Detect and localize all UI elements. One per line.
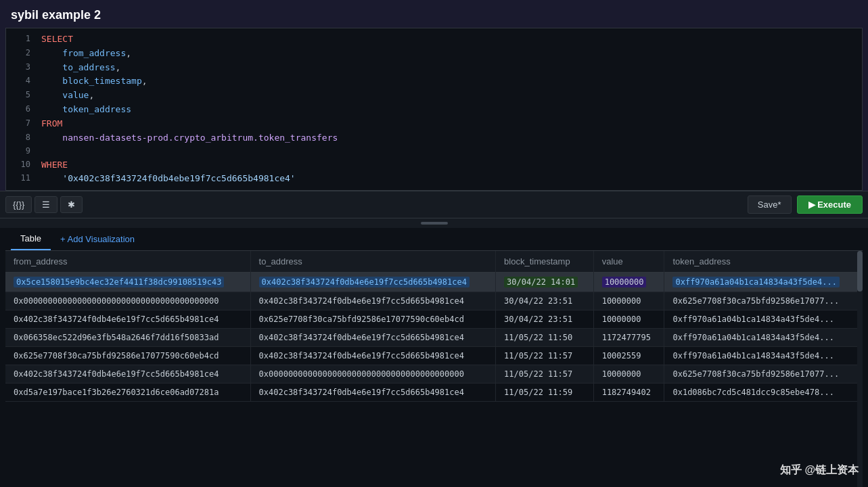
code-line-9: 9 [6, 145, 862, 158]
cell-block_timestamp: 11/05/22 11:59 [496, 384, 594, 402]
keyword-where: WHERE [41, 158, 68, 172]
table-row: 0x402c38f343724f0db4e6e19f7cc5d665b4981c… [5, 310, 863, 329]
vertical-scrollbar[interactable] [857, 251, 863, 487]
cell-block_timestamp: 30/04/22 14:01 [496, 273, 594, 292]
col-header-token_address[interactable]: token_address [664, 251, 863, 273]
cell-to_address: 0x402c38f343724f0db4e6e19f7cc5d665b4981c… [250, 329, 496, 347]
cell-token_address: 0xff970a61a04b1ca14834a43f5de4... [664, 310, 863, 329]
divider-grip [421, 222, 448, 225]
code-line-4: 4 block_timestamp, [6, 74, 862, 89]
add-visualization-button[interactable]: + Add Visualization [56, 229, 139, 250]
scrollbar-thumb[interactable] [857, 251, 863, 292]
table-row: 0x5ce158015e9bc4ec32ef4411f38dc99108519c… [5, 273, 863, 292]
cell-token_address: 0x1d086bc7cd5c481dcc9c85ebe478... [664, 384, 863, 402]
code-content: nansen-datasets-prod.crypto_arbitrum.tok… [41, 131, 338, 145]
code-content: from_address, [41, 47, 131, 61]
cell-token_address: 0xff970a61a04b1ca14834a43f5de4... [664, 329, 863, 347]
code-line-2: 2 from_address, [6, 47, 862, 61]
cell-value: 10000000 [593, 365, 664, 384]
result-table-wrapper[interactable]: from_address to_address block_timestamp … [5, 251, 863, 487]
code-line-5: 5 value, [6, 89, 862, 103]
col-header-value[interactable]: value [593, 251, 664, 273]
cell-value: 1182749402 [593, 384, 664, 402]
cell-from_address: 0x402c38f343724f0db4e6e19f7cc5d665b4981c… [5, 310, 250, 329]
table-row: 0x00000000000000000000000000000000000000… [5, 292, 863, 310]
code-line-6: 6 token_address [6, 103, 862, 117]
cell-to_address: 0x402c38f343724f0db4e6e19f7cc5d665b4981c… [250, 347, 496, 365]
cell-from_address: 0x00000000000000000000000000000000000000… [5, 292, 250, 310]
col-header-to_address[interactable]: to_address [250, 251, 496, 273]
header: sybil example 2 [0, 0, 868, 28]
cell-block_timestamp: 11/05/22 11:50 [496, 329, 594, 347]
cell-block_timestamp: 11/05/22 11:57 [496, 365, 594, 384]
cell-block_timestamp: 30/04/22 23:51 [496, 310, 594, 329]
cell-from_address: 0x5ce158015e9bc4ec32ef4411f38dc99108519c… [5, 273, 250, 292]
cell-value: 1172477795 [593, 329, 664, 347]
col-header-block_timestamp[interactable]: block_timestamp [496, 251, 594, 273]
cell-from_address: 0x066358ec522d96e3fb548a2646f7dd16f50833… [5, 329, 250, 347]
tab-table[interactable]: Table [11, 228, 51, 250]
toolbar: {{}} ☰ ✱ Save* ▶ Execute [0, 191, 868, 218]
cell-to_address: 0x00000000000000000000000000000000000000… [250, 365, 496, 384]
page-title: sybil example 2 [11, 8, 857, 22]
results-area: Table + Add Visualization from_address t… [0, 228, 868, 487]
cell-token_address: 0x625e7708f30ca75bfd92586e17077... [664, 365, 863, 384]
cell-token_address: 0xff970a61a04b1ca14834a43f5de4... [664, 273, 863, 292]
cell-value: 10000000 [593, 292, 664, 310]
execute-button[interactable]: ▶ Execute [797, 195, 863, 214]
line-number: 1 [12, 32, 30, 45]
code-line-7: 7 FROM [6, 117, 862, 131]
asterisk-button[interactable]: ✱ [60, 196, 83, 213]
cell-to_address: 0x402c38f343724f0db4e6e19f7cc5d665b4981c… [250, 292, 496, 310]
line-number: 10 [12, 158, 30, 171]
code-content: value, [41, 89, 94, 103]
cell-value: 10000000 [593, 310, 664, 329]
table-row: 0x625e7708f30ca75bfd92586e17077590c60eb4… [5, 347, 863, 365]
cell-from_address: 0x625e7708f30ca75bfd92586e17077590c60eb4… [5, 347, 250, 365]
cell-token_address: 0xff970a61a04b1ca14834a43f5de4... [664, 347, 863, 365]
cell-to_address: 0x625e7708f30ca75bfd92586e17077590c60eb4… [250, 310, 496, 329]
cell-block_timestamp: 11/05/22 11:57 [496, 347, 594, 365]
cell-value: 10000000 [593, 273, 664, 292]
save-button[interactable]: Save* [748, 195, 792, 214]
cell-from_address: 0xd5a7e197bace1f3b26e2760321d6ce06ad0728… [5, 384, 250, 402]
code-block: 1 SELECT 2 from_address, 3 to_address, 4… [6, 28, 862, 190]
line-number: 7 [12, 117, 30, 130]
line-number: 5 [12, 89, 30, 101]
code-content: block_timestamp, [41, 74, 147, 89]
col-header-from_address[interactable]: from_address [5, 251, 250, 273]
line-number: 2 [12, 47, 30, 60]
table-header-row: from_address to_address block_timestamp … [5, 251, 863, 273]
code-content: '0x402c38f343724f0db4ebe19f7cc5d665b4981… [41, 172, 296, 186]
table-row: 0x402c38f343724f0db4e6e19f7cc5d665b4981c… [5, 365, 863, 384]
code-line-3: 3 to_address, [6, 61, 862, 75]
code-editor[interactable]: 1 SELECT 2 from_address, 3 to_address, 4… [5, 28, 863, 191]
cell-to_address: 0x402c38f343724f0db4e6e19f7cc5d665b4981c… [250, 273, 496, 292]
result-table: from_address to_address block_timestamp … [5, 251, 863, 402]
resize-divider[interactable] [0, 218, 868, 228]
line-number: 4 [12, 74, 30, 87]
cell-token_address: 0x625e7708f30ca75bfd92586e17077... [664, 292, 863, 310]
toolbar-right: Save* ▶ Execute [748, 195, 863, 214]
cell-to_address: 0x402c38f343724f0db4e6e19f7cc5d665b4981c… [250, 384, 496, 402]
code-line-8: 8 nansen-datasets-prod.crypto_arbitrum.t… [6, 131, 862, 145]
cell-value: 10002559 [593, 347, 664, 365]
code-line-11: 11 '0x402c38f343724f0db4ebe19f7cc5d665b4… [6, 172, 862, 186]
code-content: token_address [41, 103, 131, 117]
line-number: 9 [12, 145, 30, 158]
cell-from_address: 0x402c38f343724f0db4e6e19f7cc5d665b4981c… [5, 365, 250, 384]
keyword-select: SELECT [41, 32, 73, 47]
line-number: 8 [12, 131, 30, 144]
code-line-1: 1 SELECT [6, 32, 862, 47]
keyword-from: FROM [41, 117, 62, 131]
cell-block_timestamp: 30/04/22 23:51 [496, 292, 594, 310]
line-number: 11 [12, 172, 30, 185]
results-tabs-bar: Table + Add Visualization [5, 228, 863, 251]
table-format-button[interactable]: ☰ [35, 196, 58, 213]
json-format-button[interactable]: {{}} [5, 196, 32, 213]
line-number: 3 [12, 61, 30, 74]
table-row: 0xd5a7e197bace1f3b26e2760321d6ce06ad0728… [5, 384, 863, 402]
table-row: 0x066358ec522d96e3fb548a2646f7dd16f50833… [5, 329, 863, 347]
code-line-10: 10 WHERE [6, 158, 862, 172]
line-number: 6 [12, 103, 30, 116]
